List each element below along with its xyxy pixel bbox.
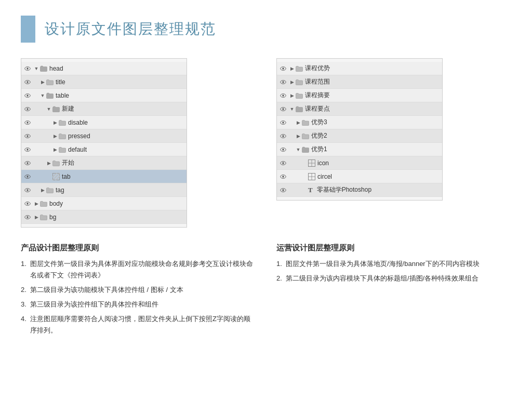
folder-icon [46, 92, 54, 99]
list-item-number: 3. [21, 299, 30, 310]
ops-rules-title: 运营设计图层整理原则 [276, 243, 511, 253]
layer-name-label: icon [317, 159, 440, 167]
layer-row[interactable]: ▶ 优势3 [277, 116, 442, 129]
layer-row[interactable]: icon [277, 156, 442, 170]
visibility-icon[interactable] [23, 145, 32, 154]
page-title: 设计原文件图层整理规范 [45, 19, 216, 39]
visibility-icon[interactable] [23, 64, 32, 73]
folder-icon [40, 65, 47, 72]
expand-arrow-icon[interactable]: ▶ [296, 120, 301, 125]
visibility-icon[interactable] [23, 118, 32, 127]
visibility-icon[interactable] [279, 105, 287, 113]
ops-rules-section: 运营设计图层整理原则 1.图层文件第一级目录为具体落地页/海报/banner下的… [276, 243, 511, 340]
layer-name-label: 课程摘要 [305, 91, 440, 100]
visibility-icon[interactable] [279, 159, 287, 167]
layer-row[interactable]: ▼ 新建 [21, 102, 187, 116]
layer-icon [52, 173, 60, 180]
layer-row[interactable]: ▶ body [21, 197, 187, 210]
expand-arrow-icon[interactable]: ▶ [34, 201, 39, 206]
visibility-icon[interactable] [279, 91, 287, 100]
expand-arrow-icon[interactable]: ▼ [289, 107, 295, 112]
visibility-icon[interactable] [279, 145, 287, 154]
expand-arrow-icon[interactable]: ▶ [289, 66, 295, 71]
expand-arrow-icon[interactable]: ▼ [40, 93, 45, 98]
layer-row[interactable]: ▼ 课程要点 [277, 102, 442, 116]
layer-row[interactable]: ▼ 优势1 [277, 143, 442, 156]
folder-icon [52, 106, 60, 112]
visibility-icon[interactable] [23, 172, 32, 181]
svg-point-23 [26, 189, 28, 191]
page-header: 设计原文件图层整理规范 [21, 16, 511, 43]
svg-point-7 [26, 108, 28, 110]
layer-row[interactable]: circel [277, 170, 442, 183]
svg-point-9 [26, 122, 28, 123]
layer-row[interactable]: ▼ head [21, 62, 187, 75]
layer-row[interactable]: ▶ title [21, 75, 187, 89]
layer-row[interactable]: ▶ tag [21, 183, 187, 197]
visibility-icon[interactable] [279, 132, 287, 140]
list-item-number: 2. [276, 273, 286, 284]
folder-icon [302, 119, 309, 126]
layer-row[interactable]: ▼ table [21, 89, 187, 102]
expand-arrow-icon[interactable]: ▶ [52, 147, 58, 152]
right-layer-panel: ▶ 课程优势 ▶ 课程范围 ▶ 课程摘要 ▼ 课程要点 ▶ 优势3 ▶ 优势2 … [276, 58, 443, 201]
folder-icon [296, 65, 303, 72]
visibility-icon[interactable] [279, 78, 287, 86]
expand-arrow-icon[interactable]: ▼ [296, 147, 301, 152]
visibility-icon[interactable] [23, 132, 32, 140]
expand-arrow-icon[interactable]: ▶ [40, 188, 45, 193]
expand-arrow-icon[interactable]: ▼ [34, 66, 39, 71]
layer-row[interactable]: ▶ disable [21, 116, 187, 129]
layer-name-label: pressed [68, 132, 184, 140]
visibility-icon[interactable] [23, 159, 32, 167]
visibility-icon[interactable] [279, 186, 287, 194]
layer-name-label: circel [317, 173, 440, 180]
svg-point-27 [26, 216, 28, 218]
layer-row[interactable]: ▶ 开始 [21, 156, 187, 170]
visibility-icon[interactable] [23, 200, 32, 208]
visibility-icon[interactable] [279, 118, 287, 127]
layer-row[interactable]: ▶ 课程摘要 [277, 89, 442, 102]
expand-arrow-icon[interactable]: ▶ [52, 120, 58, 125]
layer-row[interactable]: ▶ 优势2 [277, 129, 442, 143]
visibility-icon[interactable] [23, 78, 32, 86]
expand-arrow-icon[interactable]: ▶ [34, 215, 39, 220]
folder-icon [59, 133, 66, 139]
list-item-number: 2. [21, 284, 30, 296]
list-item-text: 第二级目录为该内容模块下具体的标题组/插图/各种特殊效果组合 [286, 273, 511, 284]
layer-row[interactable]: T零基础学Photoshop [277, 183, 442, 197]
header-accent-bar [21, 16, 35, 43]
product-rules-section: 产品设计图层整理原则 1.图层文件第一级目录为具体界面对应功能模块命名规则参考交… [21, 243, 256, 340]
layer-name-label: 新建 [62, 104, 184, 113]
layer-name-label: 课程范围 [305, 77, 440, 86]
layer-name-label: title [56, 78, 184, 86]
visibility-icon[interactable] [279, 172, 287, 181]
svg-point-29 [282, 68, 284, 69]
list-item-number: 1. [21, 258, 30, 270]
expand-arrow-icon[interactable]: ▶ [52, 134, 58, 139]
svg-point-3 [26, 81, 28, 83]
visibility-icon[interactable] [23, 213, 32, 221]
visibility-icon[interactable] [23, 105, 32, 113]
list-item-number: 4. [21, 313, 30, 325]
layer-row[interactable]: ▶ 课程范围 [277, 75, 442, 89]
expand-arrow-icon[interactable]: ▶ [289, 93, 295, 98]
expand-arrow-icon[interactable]: ▶ [289, 79, 295, 85]
folder-icon [296, 92, 303, 99]
list-item-text: 图层文件第一级目录为具体界面对应功能模块命名规则参考交互设计模块命名或者下文《控… [30, 258, 256, 281]
folder-icon [59, 119, 66, 126]
layer-row[interactable]: ▶ bg [21, 210, 187, 224]
expand-arrow-icon[interactable]: ▶ [46, 161, 51, 166]
expand-arrow-icon[interactable]: ▼ [46, 107, 51, 112]
expand-arrow-icon[interactable]: ▶ [296, 134, 301, 139]
svg-point-53 [282, 189, 284, 191]
svg-point-13 [26, 149, 28, 150]
expand-arrow-icon[interactable]: ▶ [40, 79, 45, 85]
layer-row[interactable]: ▶ pressed [21, 129, 187, 143]
layer-row[interactable]: ▶ 课程优势 [277, 62, 442, 75]
layer-row[interactable]: tab [21, 170, 187, 183]
visibility-icon[interactable] [279, 64, 287, 73]
layer-row[interactable]: ▶ default [21, 143, 187, 156]
visibility-icon[interactable] [23, 186, 32, 194]
visibility-icon[interactable] [23, 91, 32, 100]
